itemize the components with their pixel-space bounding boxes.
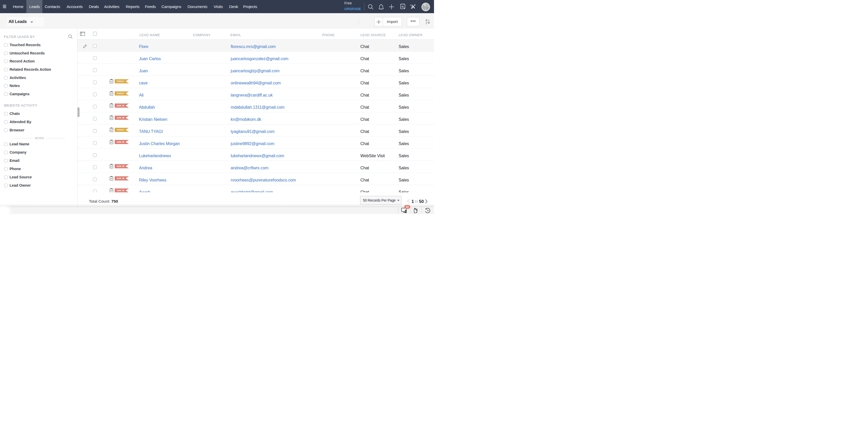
svg-text:31: 31 — [401, 5, 404, 8]
svg-text:Z: Z — [426, 22, 428, 25]
svg-text:A: A — [426, 19, 427, 22]
